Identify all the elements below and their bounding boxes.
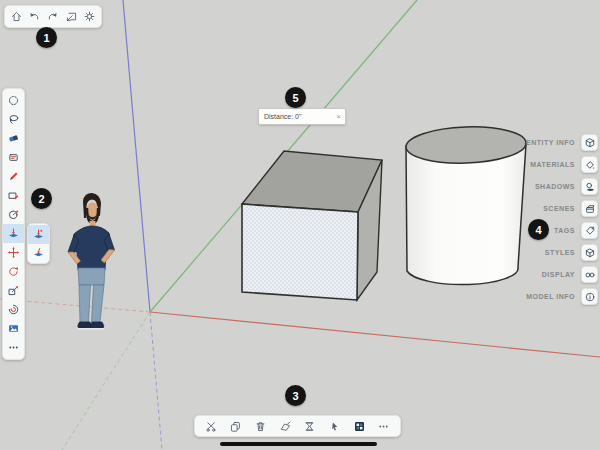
delete-button[interactable] bbox=[252, 417, 269, 436]
callout-badge-4: 4 bbox=[528, 219, 549, 240]
push-pull-icon bbox=[7, 227, 20, 240]
image-icon bbox=[7, 322, 20, 335]
circle-tool[interactable] bbox=[3, 205, 24, 224]
cursor-icon bbox=[328, 420, 341, 433]
panel-item-tags[interactable]: TAGS bbox=[554, 222, 598, 239]
entity-info-icon bbox=[584, 137, 596, 149]
flip-icon bbox=[279, 420, 292, 433]
shadows-label: SHADOWS bbox=[535, 183, 575, 190]
measurement-value[interactable]: Distance: 0" bbox=[259, 113, 336, 120]
move-tool[interactable] bbox=[3, 243, 24, 262]
text-icon bbox=[7, 151, 20, 164]
more-tools-icon bbox=[7, 341, 20, 354]
push-pull-icon bbox=[32, 228, 45, 241]
pencil-line-icon bbox=[7, 170, 20, 183]
hourglass-icon bbox=[303, 420, 316, 433]
box-selected-front-face[interactable] bbox=[242, 204, 358, 300]
push-pull-tool[interactable] bbox=[3, 224, 24, 243]
exit-model-icon bbox=[65, 10, 78, 23]
scissors-icon bbox=[205, 420, 218, 433]
callout-badge-2: 2 bbox=[31, 188, 52, 209]
redo-button[interactable] bbox=[44, 7, 61, 26]
shadows-icon bbox=[584, 181, 596, 193]
scenes-icon bbox=[584, 203, 596, 215]
measurement-close-icon[interactable]: × bbox=[336, 113, 345, 121]
panel-item-scenes[interactable]: SCENES bbox=[543, 200, 598, 217]
cylinder-body[interactable] bbox=[406, 144, 526, 285]
copy-button[interactable] bbox=[227, 417, 244, 436]
materials-label: MATERIALS bbox=[530, 161, 575, 168]
more-actions-button[interactable] bbox=[375, 417, 392, 436]
cut-button[interactable] bbox=[203, 417, 220, 436]
display-label: DISPLAY bbox=[542, 271, 575, 278]
more-tools-button[interactable] bbox=[3, 338, 24, 357]
tags-label: TAGS bbox=[554, 227, 575, 234]
callout-badge-3: 3 bbox=[285, 385, 306, 406]
box-top-face[interactable] bbox=[242, 151, 382, 212]
hourglass-button[interactable] bbox=[301, 417, 318, 436]
measurement-input[interactable]: Distance: 0" × bbox=[258, 108, 346, 125]
flip-button[interactable] bbox=[277, 417, 294, 436]
blue-axis-dashed bbox=[150, 312, 162, 450]
home-icon bbox=[10, 10, 23, 23]
settings-icon bbox=[83, 10, 96, 23]
eraser-tool[interactable] bbox=[3, 129, 24, 148]
rotate-tool[interactable] bbox=[3, 262, 24, 281]
copy-icon bbox=[229, 420, 242, 433]
lasso-tool[interactable] bbox=[3, 110, 24, 129]
styles-icon bbox=[584, 247, 596, 259]
scale-tool[interactable] bbox=[3, 281, 24, 300]
green-axis-dashed bbox=[62, 312, 150, 450]
cylinder-object[interactable] bbox=[405, 125, 526, 285]
scenes-label: SCENES bbox=[543, 205, 575, 212]
panel-item-materials[interactable]: MATERIALS bbox=[530, 156, 598, 173]
select-icon bbox=[7, 94, 20, 107]
undo-icon bbox=[28, 10, 41, 23]
move-icon bbox=[7, 246, 20, 259]
image-tool[interactable] bbox=[3, 319, 24, 338]
select-tool[interactable] bbox=[3, 91, 24, 110]
redo-icon bbox=[46, 10, 59, 23]
panel-item-model-info[interactable]: MODEL INFO bbox=[526, 288, 598, 305]
model-viewport[interactable] bbox=[0, 0, 600, 450]
panel-item-styles[interactable]: STYLES bbox=[545, 244, 598, 261]
pointer-button[interactable] bbox=[326, 417, 343, 436]
top-toolbar bbox=[4, 5, 102, 28]
settings-button[interactable] bbox=[81, 7, 98, 26]
panel-item-display[interactable]: DISPLAY bbox=[542, 266, 598, 283]
home-indicator-bar[interactable] bbox=[220, 442, 377, 446]
offset-tool[interactable] bbox=[3, 300, 24, 319]
offset-icon bbox=[7, 303, 20, 316]
text-tool[interactable] bbox=[3, 148, 24, 167]
model-info-icon bbox=[584, 291, 596, 303]
checker-selection-button[interactable] bbox=[351, 417, 368, 436]
materials-icon bbox=[584, 159, 596, 171]
undo-button[interactable] bbox=[26, 7, 43, 26]
push-pull-flyout bbox=[27, 223, 50, 264]
red-axis bbox=[150, 312, 600, 357]
scale-figure-person[interactable] bbox=[68, 193, 115, 330]
push-pull-option[interactable] bbox=[28, 225, 49, 244]
box-object[interactable] bbox=[242, 151, 382, 300]
exit-model-button[interactable] bbox=[63, 7, 80, 26]
rotate-icon bbox=[7, 265, 20, 278]
panel-item-entity-info[interactable]: ENTITY INFO bbox=[526, 134, 598, 151]
tags-icon bbox=[584, 225, 596, 237]
styles-label: STYLES bbox=[545, 249, 575, 256]
more-icon bbox=[377, 420, 390, 433]
panel-item-shadows[interactable]: SHADOWS bbox=[535, 178, 598, 195]
home-button[interactable] bbox=[8, 7, 25, 26]
line-tool[interactable] bbox=[3, 167, 24, 186]
rectangle-tool[interactable] bbox=[3, 186, 24, 205]
display-icon bbox=[584, 269, 596, 281]
push-pull-alt-option[interactable] bbox=[28, 244, 49, 263]
circle-arc-icon bbox=[7, 208, 20, 221]
trash-icon bbox=[254, 420, 267, 433]
entity-info-label: ENTITY INFO bbox=[526, 139, 575, 146]
left-toolbar bbox=[2, 88, 25, 360]
lasso-icon bbox=[7, 113, 20, 126]
eraser-icon bbox=[7, 132, 20, 145]
checkerboard-icon bbox=[353, 420, 366, 433]
scale-icon bbox=[7, 284, 20, 297]
rectangle-icon bbox=[7, 189, 20, 202]
